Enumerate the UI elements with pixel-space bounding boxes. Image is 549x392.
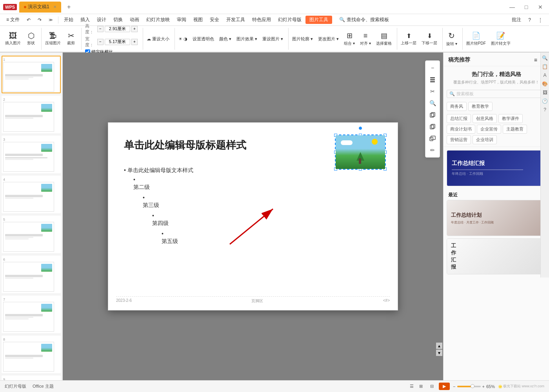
edge-icon-color[interactable]: 🎨 <box>542 80 548 88</box>
featured-template-1[interactable]: 工作总结汇报 年终总结 · 工作回顾 <box>447 150 546 186</box>
bright-contrast-button[interactable]: ☀ ◑ <box>176 36 189 42</box>
slide-thumb-2[interactable]: 2 <box>2 96 61 133</box>
menu-review[interactable]: 审阅 <box>174 15 189 25</box>
height-increase[interactable]: + <box>131 26 138 32</box>
rotate-button[interactable]: ↻ 旋转 ▾ <box>444 29 459 49</box>
menu-slidemaster[interactable]: 幻灯片母版 <box>275 15 305 25</box>
menu-security[interactable]: 安全 <box>207 15 222 25</box>
toolbar-undo[interactable]: ↶ <box>24 16 34 24</box>
img-to-text-button[interactable]: 📝 图片转文字 <box>489 29 513 49</box>
minimize-button[interactable]: — <box>507 3 518 11</box>
edge-icon-copy[interactable]: 📋 <box>542 63 548 71</box>
reset-image-button[interactable]: 重设图片 ▾ <box>260 35 285 43</box>
edge-icon-image[interactable]: 🖼 <box>543 89 547 96</box>
height-input[interactable] <box>105 26 130 32</box>
select-pane-button[interactable]: ▤ 选择窗格 <box>374 29 394 49</box>
color-button[interactable]: 颜色 ▾ <box>217 35 233 43</box>
change-img-button[interactable]: 更改图片 ▾ <box>316 35 341 43</box>
shape-button[interactable]: ⬡ 形状 <box>24 29 38 49</box>
scroll-up-button[interactable]: ▲ <box>436 343 442 349</box>
search-template-box[interactable]: 🔍 搜索模板 <box>447 90 546 98</box>
slide-thumb-1[interactable]: 1 <box>2 56 61 93</box>
height-decrease[interactable]: − <box>97 26 104 32</box>
move-up-button[interactable]: ⬆ 上移一层 <box>399 29 418 49</box>
filter-promo[interactable]: 企业宣传 <box>477 125 501 134</box>
rotate-handle[interactable] <box>359 127 362 130</box>
toolbar-redo[interactable]: ↷ <box>35 16 45 24</box>
ft-copy2-button[interactable] <box>427 121 438 132</box>
menu-search[interactable]: 🔍 查找命令、搜索模板 <box>336 15 392 25</box>
menu-more2[interactable]: ⋮ <box>535 16 546 24</box>
filter-courseware[interactable]: 教学课件 <box>498 114 523 123</box>
filter-business[interactable]: 商务风 <box>447 102 467 111</box>
canvas-area[interactable]: 单击此处编辑母版标题样式 单击此处编辑母版文本样式 第二级 第三级 第四级 <box>63 53 443 380</box>
slide-thumb-3[interactable]: 3 <box>2 136 61 173</box>
filter-bizplan[interactable]: 商业计划书 <box>447 125 475 134</box>
menu-devtools[interactable]: 开发工具 <box>223 15 248 25</box>
menu-comment[interactable]: 批注 <box>509 15 524 25</box>
menu-view[interactable]: 视图 <box>190 15 206 25</box>
slide-thumb-4[interactable]: 4 <box>2 176 61 213</box>
insert-image-button[interactable]: 🖼 插入图片 <box>3 29 23 49</box>
play-button[interactable]: ▶ <box>439 383 450 390</box>
width-input[interactable] <box>105 39 130 45</box>
ft-edit-button[interactable]: ✏ <box>427 145 438 156</box>
crop-button[interactable]: ✂ 裁剪 <box>64 29 78 49</box>
close-button[interactable]: ✕ <box>535 3 546 11</box>
edge-icon-text[interactable]: A <box>543 71 546 79</box>
add-tab-button[interactable]: + <box>64 2 75 13</box>
scroll-down-button[interactable]: ▼ <box>436 350 442 356</box>
zoom-track[interactable] <box>457 386 481 387</box>
filter-creative[interactable]: 创意风格 <box>473 114 497 123</box>
menu-start[interactable]: 开始 <box>61 15 76 25</box>
slide-master-title[interactable]: 单击此处编辑母版标题样式 <box>124 138 246 152</box>
slide-canvas[interactable]: 单击此处编辑母版标题样式 单击此处编辑母版文本样式 第二级 第三级 第四级 <box>108 122 398 310</box>
ft-copy1-button[interactable] <box>427 109 438 120</box>
filter-training[interactable]: 企业培训 <box>473 135 497 144</box>
ft-crop-button[interactable]: ✂ <box>427 86 438 97</box>
filter-education[interactable]: 教育教学 <box>468 102 493 111</box>
maximize-button[interactable]: □ <box>521 3 532 11</box>
zoom-out-button[interactable]: − <box>453 384 455 389</box>
toolbar-more[interactable]: ≫ <box>45 16 56 24</box>
slide-thumb-5[interactable]: 5 <box>2 216 61 253</box>
slide-thumb-9[interactable]: 9 <box>2 376 61 380</box>
edge-icon-clock[interactable]: 🕐 <box>542 97 548 105</box>
recent-template-1[interactable]: 工作总结计划 年度总结 · 月度工作 · 工作回顾 <box>447 200 546 236</box>
ft-zoom-button[interactable]: 🔍 <box>427 98 438 109</box>
menu-slideshow[interactable]: 幻灯片放映 <box>143 15 173 25</box>
right-panel-settings-icon[interactable]: ≡ <box>534 57 537 63</box>
view-normal-button[interactable]: ⊞ <box>417 383 425 390</box>
image-effect-button[interactable]: 图片效果 ▾ <box>235 35 259 43</box>
edge-icon-search[interactable]: 🔍 <box>542 54 548 62</box>
ft-copy3-button[interactable] <box>427 133 438 144</box>
slide-thumb-6[interactable]: 6 <box>2 256 61 293</box>
filter-theme-edu[interactable]: 主题教育 <box>503 125 527 134</box>
slide-thumb-7[interactable]: 7 <box>2 296 61 333</box>
slide-panel[interactable]: 1 2 3 <box>0 53 63 380</box>
menu-imagetool-active[interactable]: 图片工具 <box>305 16 332 24</box>
slide-content-area[interactable]: 单击此处编辑母版文本样式 第二级 第三级 第四级 第五级 <box>124 166 193 247</box>
width-increase[interactable]: + <box>131 39 138 45</box>
zoom-in-button[interactable]: + <box>482 384 485 389</box>
align-button[interactable]: ≡ 对齐 ▾ <box>358 29 373 49</box>
combine-button[interactable]: ⊞ 组合 ▾ <box>342 29 357 49</box>
ft-minus-button[interactable]: − <box>427 62 438 73</box>
filter-marketing[interactable]: 营销运营 <box>447 135 471 144</box>
img-carousel-button[interactable]: 图片轮廓 ▾ <box>290 35 315 43</box>
menu-special[interactable]: 特色应用 <box>249 15 274 25</box>
menu-file[interactable]: ≡ 文件 <box>3 15 23 25</box>
menu-help[interactable]: ? <box>525 16 534 24</box>
reset-size-button[interactable]: ☁ 重设大小 <box>145 35 171 43</box>
slide-thumb-8[interactable]: 8 <box>2 336 61 373</box>
recent-template-2[interactable]: 工作汇报 <box>447 238 546 274</box>
width-decrease[interactable]: − <box>97 39 104 45</box>
edge-icon-help[interactable]: ? <box>544 106 546 114</box>
move-down-button[interactable]: ⬇ 下移一层 <box>420 29 439 49</box>
view-grid-button[interactable]: ⊟ <box>428 383 436 390</box>
document-tab[interactable]: 演示文稿1 ✕ <box>19 2 61 13</box>
img-to-pdf-button[interactable]: 📄 图片转PDF <box>464 29 488 49</box>
compress-image-button[interactable]: 🗜 压缩图片 <box>43 29 63 49</box>
tab-close-icon[interactable]: ✕ <box>53 5 56 9</box>
set-transparent-button[interactable]: 设置透明色 <box>191 35 216 43</box>
